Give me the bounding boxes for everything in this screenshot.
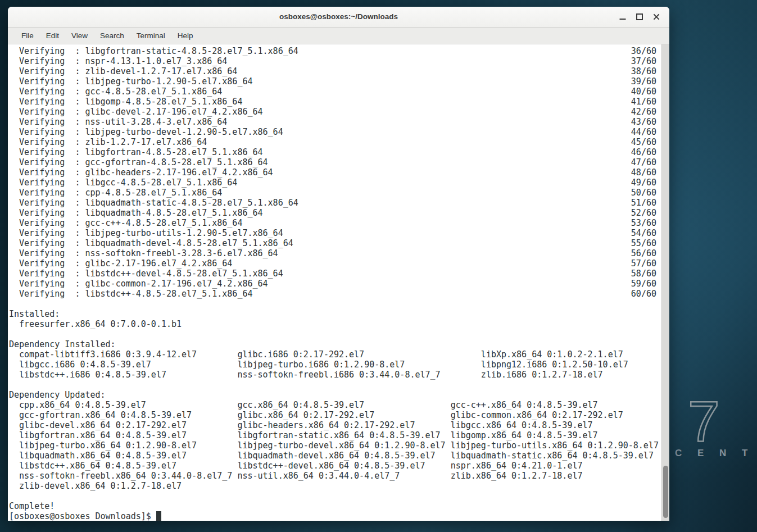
section-title: Installed:	[9, 309, 669, 319]
verify-line: Verifying : libjpeg-turbo-1.2.90-5.el7.x…	[9, 76, 656, 87]
package-row: cpp.x86_64 0:4.8.5-39.el7 gcc.x86_64 0:4…	[9, 400, 669, 410]
section-title: Dependency Updated:	[9, 390, 669, 400]
prompt-line: [osboxes@osboxes Downloads]$	[9, 511, 669, 521]
progress-counter: 42/60	[631, 107, 656, 117]
progress-counter: 58/60	[631, 269, 656, 279]
package-row: libstdc++.i686 0:4.8.5-39.el7 nss-softok…	[9, 370, 669, 380]
package-name: Verifying : libstdc++-devel-4.8.5-28.el7…	[9, 269, 283, 279]
minimize-button[interactable]	[614, 10, 631, 24]
verify-line: Verifying : libquadmath-4.8.5-28.el7_5.1…	[9, 208, 656, 218]
verify-line: Verifying : nss-util-3.28.4-3.el7.x86_64…	[9, 117, 656, 127]
progress-counter: 55/60	[631, 238, 656, 248]
progress-counter: 37/60	[631, 56, 656, 66]
verify-line: Verifying : libgcc-4.8.5-28.el7_5.1.x86_…	[9, 178, 656, 188]
menu-file[interactable]: File	[15, 28, 40, 44]
package-name: Verifying : libjpeg-turbo-utils-1.2.90-5…	[9, 228, 283, 238]
progress-counter: 57/60	[631, 258, 656, 269]
package-name: Verifying : libgcc-4.8.5-28.el7_5.1.x86_…	[9, 178, 237, 188]
centos-seven-watermark: 7	[682, 385, 738, 454]
package-row: gcc-gfortran.x86_64 0:4.8.5-39.el7 glibc…	[9, 410, 669, 420]
blank-line	[9, 380, 669, 390]
package-row: glibc-devel.x86_64 0:2.17-292.el7 glibc-…	[9, 420, 669, 430]
package-row: libgcc.i686 0:4.8.5-39.el7 libjpeg-turbo…	[9, 360, 669, 370]
menu-help[interactable]: Help	[171, 28, 200, 44]
verify-line: Verifying : libgfortran-static-4.8.5-28.…	[9, 46, 656, 56]
progress-counter: 60/60	[631, 289, 656, 299]
package-name: Verifying : glibc-devel-2.17-196.el7_4.2…	[9, 107, 263, 117]
progress-counter: 54/60	[631, 228, 656, 238]
package-row: libstdc++.x86_64 0:4.8.5-39.el7 libstdc+…	[9, 461, 669, 471]
package-name: Verifying : libquadmath-4.8.5-28.el7_5.1…	[9, 208, 263, 218]
package-name: Verifying : libgomp-4.8.5-28.el7_5.1.x86…	[9, 97, 242, 107]
verify-line: Verifying : libjpeg-turbo-utils-1.2.90-5…	[9, 228, 656, 238]
titlebar[interactable]: osboxes@osboxes:~/Downloads	[8, 7, 669, 28]
progress-counter: 47/60	[631, 157, 656, 167]
scrollbar-thumb[interactable]	[663, 466, 668, 518]
terminal-lines: Verifying : libgfortran-static-4.8.5-28.…	[9, 46, 669, 521]
verify-line: Verifying : nss-softokn-freebl-3.28.3-6.…	[9, 248, 656, 258]
maximize-button[interactable]	[631, 10, 648, 24]
package-row: libjpeg-turbo.x86_64 0:1.2.90-8.el7 libj…	[9, 440, 669, 451]
package-name: Verifying : libstdc++-4.8.5-28.el7_5.1.x…	[9, 289, 252, 299]
section-title: Dependency Installed:	[9, 339, 669, 349]
progress-counter: 59/60	[631, 279, 656, 289]
package-name: Verifying : libgfortran-static-4.8.5-28.…	[9, 46, 298, 56]
package-name: Verifying : zlib-devel-1.2.7-17.el7.x86_…	[9, 66, 237, 76]
package-name: Verifying : nss-softokn-freebl-3.28.3-6.…	[9, 248, 278, 258]
package-name: Verifying : zlib-1.2.7-17.el7.x86_64	[9, 137, 207, 147]
package-name: Verifying : libquadmath-devel-4.8.5-28.e…	[9, 238, 293, 248]
window-controls	[614, 7, 665, 27]
menu-search[interactable]: Search	[94, 28, 130, 44]
verify-line: Verifying : zlib-devel-1.2.7-17.el7.x86_…	[9, 66, 656, 76]
progress-counter: 51/60	[631, 198, 656, 208]
menu-terminal[interactable]: Terminal	[130, 28, 171, 44]
minimize-icon	[620, 19, 626, 20]
package-name: Verifying : gcc-c++-4.8.5-28.el7_5.1.x86…	[9, 218, 242, 228]
verify-line: Verifying : libgomp-4.8.5-28.el7_5.1.x86…	[9, 97, 656, 107]
menubar: File Edit View Search Terminal Help	[8, 28, 669, 44]
verify-line: Verifying : glibc-devel-2.17-196.el7_4.2…	[9, 107, 656, 117]
progress-counter: 40/60	[631, 87, 656, 97]
verify-line: Verifying : libstdc++-devel-4.8.5-28.el7…	[9, 269, 656, 279]
verify-line: Verifying : libgfortran-4.8.5-28.el7_5.1…	[9, 147, 656, 157]
terminal-output[interactable]: Verifying : libgfortran-static-4.8.5-28.…	[8, 44, 669, 521]
verify-line: Verifying : libquadmath-static-4.8.5-28.…	[9, 198, 656, 208]
verify-line: Verifying : libquadmath-devel-4.8.5-28.e…	[9, 238, 656, 248]
package-row: libquadmath.x86_64 0:4.8.5-39.el7 libqua…	[9, 451, 669, 461]
progress-counter: 50/60	[631, 188, 656, 198]
verify-line: Verifying : glibc-headers-2.17-196.el7_4…	[9, 167, 656, 178]
verify-line: Verifying : gcc-4.8.5-28.el7_5.1.x86_644…	[9, 87, 656, 97]
package-name: Verifying : nss-util-3.28.4-3.el7.x86_64	[9, 117, 227, 127]
verify-line: Verifying : nspr-4.13.1-1.0.el7_3.x86_64…	[9, 56, 656, 66]
progress-counter: 44/60	[631, 127, 656, 137]
progress-counter: 48/60	[631, 167, 656, 178]
progress-counter: 52/60	[631, 208, 656, 218]
package-name: Verifying : gcc-gfortran-4.8.5-28.el7_5.…	[9, 157, 268, 167]
progress-counter: 45/60	[631, 137, 656, 147]
progress-counter: 43/60	[631, 117, 656, 127]
progress-counter: 41/60	[631, 97, 656, 107]
progress-counter: 39/60	[631, 76, 656, 87]
package-name: Verifying : libjpeg-turbo-devel-1.2.90-5…	[9, 127, 283, 137]
close-button[interactable]	[648, 10, 665, 24]
centos-brand-text: C E N T O S	[675, 448, 757, 459]
package-name: Verifying : glibc-headers-2.17-196.el7_4…	[9, 167, 273, 178]
menu-edit[interactable]: Edit	[40, 28, 65, 44]
blank-line	[9, 491, 669, 501]
package-name: Verifying : cpp-4.8.5-28.el7_5.1.x86_64	[9, 188, 222, 198]
progress-counter: 36/60	[631, 46, 656, 56]
blank-line	[9, 299, 669, 309]
shell-prompt: [osboxes@osboxes Downloads]$	[9, 511, 151, 521]
progress-counter: 49/60	[631, 178, 656, 188]
package-row: libgfortran.x86_64 0:4.8.5-39.el7 libgfo…	[9, 430, 669, 440]
package-name: Verifying : libquadmath-static-4.8.5-28.…	[9, 198, 298, 208]
package-row: compat-libtiff3.i686 0:3.9.4-12.el7 glib…	[9, 349, 669, 360]
package-name: Verifying : libgfortran-4.8.5-28.el7_5.1…	[9, 147, 263, 157]
terminal-cursor	[156, 511, 161, 521]
verify-line: Verifying : cpp-4.8.5-28.el7_5.1.x86_645…	[9, 188, 656, 198]
package-row: zlib-devel.x86_64 0:1.2.7-18.el7	[9, 481, 669, 491]
verify-line: Verifying : glibc-common-2.17-196.el7_4.…	[9, 279, 656, 289]
progress-counter: 53/60	[631, 218, 656, 228]
complete-line: Complete!	[9, 501, 669, 511]
menu-view[interactable]: View	[65, 28, 94, 44]
